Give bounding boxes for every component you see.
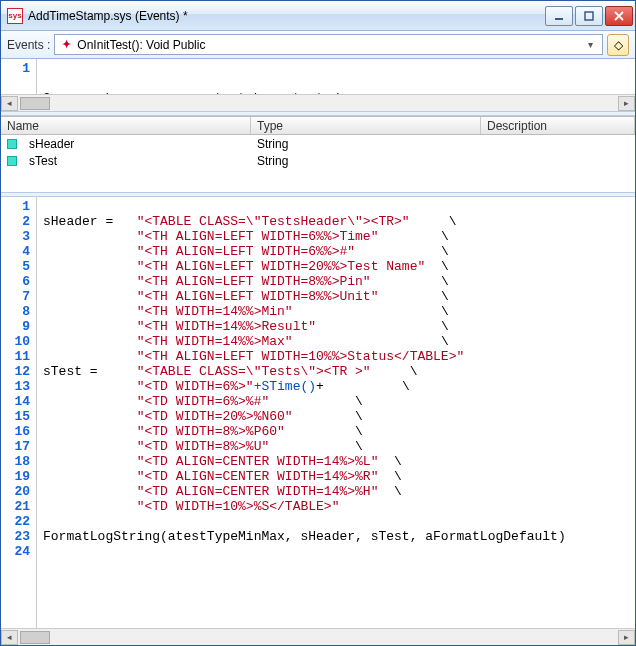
main-code-pane: 123456789101112131415161718192021222324 … <box>1 197 635 645</box>
grid-header: Name Type Description <box>1 116 635 135</box>
window-frame: sys AddTimeStamp.sys (Events) * Events :… <box>0 0 636 646</box>
cell-name: sHeader <box>23 137 251 151</box>
titlebar[interactable]: sys AddTimeStamp.sys (Events) * <box>1 1 635 31</box>
line-number: 6 <box>5 274 30 289</box>
code-line[interactable]: "<TH ALIGN=LEFT WIDTH=6%%>Time" \ <box>43 229 566 244</box>
description-gutter: 1 <box>1 59 37 94</box>
code-line[interactable]: "<TH ALIGN=LEFT WIDTH=10%%>Status</TABLE… <box>43 349 566 364</box>
description-code[interactable]: Occurs when a program test has started. <box>37 59 353 94</box>
col-header-type[interactable]: Type <box>251 117 481 134</box>
function-icon: ✦ <box>59 38 73 52</box>
code-line[interactable]: FormatLogString(atestTypeMinMax, sHeader… <box>43 529 566 544</box>
line-number: 19 <box>5 469 30 484</box>
note-icon: ◇ <box>614 38 623 52</box>
param-icon <box>7 139 17 149</box>
line-number: 21 <box>5 499 30 514</box>
code-line[interactable]: "<TH ALIGN=LEFT WIDTH=8%%>Unit" \ <box>43 289 566 304</box>
close-icon <box>614 11 624 21</box>
line-number: 7 <box>5 289 30 304</box>
line-number: 9 <box>5 319 30 334</box>
line-number: 22 <box>5 514 30 529</box>
line-number: 12 <box>5 364 30 379</box>
line-number: 17 <box>5 439 30 454</box>
scroll-right-button[interactable]: ▸ <box>618 96 635 111</box>
toggle-descriptions-button[interactable]: ◇ <box>607 34 629 56</box>
main-editor[interactable]: 123456789101112131415161718192021222324 … <box>1 197 635 628</box>
line-number: 8 <box>5 304 30 319</box>
svg-rect-1 <box>585 12 593 20</box>
code-line[interactable]: "<TD WIDTH=10%>%S</TABLE>" <box>43 499 566 514</box>
events-combobox[interactable]: ✦ OnInitTest(): Void Public ▾ <box>54 34 603 55</box>
line-number: 24 <box>5 544 30 559</box>
grid-row[interactable]: sTest String <box>1 152 635 169</box>
code-line[interactable]: "<TD WIDTH=20%>%N60" \ <box>43 409 566 424</box>
code-line[interactable]: "<TD ALIGN=CENTER WIDTH=14%>%H" \ <box>43 484 566 499</box>
line-number: 2 <box>5 214 30 229</box>
code-line[interactable] <box>43 199 566 214</box>
code-line[interactable]: "<TH ALIGN=LEFT WIDTH=8%%>Pin" \ <box>43 274 566 289</box>
scroll-thumb[interactable] <box>20 631 50 644</box>
toolbar: Events : ✦ OnInitTest(): Void Public ▾ ◇ <box>1 31 635 59</box>
scroll-left-button[interactable]: ◂ <box>1 96 18 111</box>
param-icon <box>7 156 17 166</box>
description-pane: 1 Occurs when a program test has started… <box>1 59 635 111</box>
minimize-button[interactable] <box>545 6 573 26</box>
code-line[interactable]: "<TD ALIGN=CENTER WIDTH=14%>%R" \ <box>43 469 566 484</box>
code-line[interactable] <box>43 544 566 559</box>
line-number: 18 <box>5 454 30 469</box>
col-header-name[interactable]: Name <box>1 117 251 134</box>
code-line[interactable]: "<TD WIDTH=8%>%U" \ <box>43 439 566 454</box>
line-number: 3 <box>5 229 30 244</box>
line-number: 1 <box>5 199 30 214</box>
line-number: 13 <box>5 379 30 394</box>
maximize-icon <box>584 11 594 21</box>
svg-rect-0 <box>555 18 563 20</box>
main-hscroll[interactable]: ◂ ▸ <box>1 628 635 645</box>
line-number: 20 <box>5 484 30 499</box>
line-number: 10 <box>5 334 30 349</box>
events-label: Events : <box>7 38 50 52</box>
minimize-icon <box>554 11 564 21</box>
params-grid: Name Type Description sHeader String sTe… <box>1 116 635 192</box>
window-title: AddTimeStamp.sys (Events) * <box>28 9 545 23</box>
line-number: 14 <box>5 394 30 409</box>
line-number: 1 <box>5 61 30 76</box>
line-number: 11 <box>5 349 30 364</box>
events-combobox-text: OnInitTest(): Void Public <box>77 38 582 52</box>
code-line[interactable]: "<TH ALIGN=LEFT WIDTH=6%%>#" \ <box>43 244 566 259</box>
scroll-right-button[interactable]: ▸ <box>618 630 635 645</box>
code-line[interactable]: "<TH WIDTH=14%%>Max" \ <box>43 334 566 349</box>
cell-name: sTest <box>23 154 251 168</box>
app-icon: sys <box>7 8 23 24</box>
line-number: 23 <box>5 529 30 544</box>
description-editor[interactable]: 1 Occurs when a program test has started… <box>1 59 635 94</box>
code-line[interactable]: "<TD ALIGN=CENTER WIDTH=14%>%L" \ <box>43 454 566 469</box>
close-button[interactable] <box>605 6 633 26</box>
grid-body[interactable]: sHeader String sTest String <box>1 135 635 192</box>
code-line[interactable]: sHeader = "<TABLE CLASS=\"TestsHeader\">… <box>43 214 566 229</box>
main-gutter: 123456789101112131415161718192021222324 <box>1 197 37 628</box>
scroll-thumb[interactable] <box>20 97 50 110</box>
line-number: 5 <box>5 259 30 274</box>
chevron-down-icon[interactable]: ▾ <box>582 39 598 50</box>
scroll-left-button[interactable]: ◂ <box>1 630 18 645</box>
line-number: 15 <box>5 409 30 424</box>
grid-row[interactable]: sHeader String <box>1 135 635 152</box>
cell-type: String <box>251 154 481 168</box>
cell-type: String <box>251 137 481 151</box>
col-header-description[interactable]: Description <box>481 117 635 134</box>
code-line[interactable]: "<TD WIDTH=6%>"+STime()+ \ <box>43 379 566 394</box>
window-buttons <box>545 6 633 26</box>
code-line[interactable]: "<TD WIDTH=8%>%P60" \ <box>43 424 566 439</box>
description-hscroll[interactable]: ◂ ▸ <box>1 94 635 111</box>
code-line[interactable]: "<TH ALIGN=LEFT WIDTH=20%%>Test Name" \ <box>43 259 566 274</box>
code-line[interactable]: "<TH WIDTH=14%%>Result" \ <box>43 319 566 334</box>
code-line[interactable]: sTest = "<TABLE CLASS=\"Tests\"><TR >" \ <box>43 364 566 379</box>
line-number: 4 <box>5 244 30 259</box>
code-line[interactable]: "<TD WIDTH=6%>%#" \ <box>43 394 566 409</box>
main-code[interactable]: sHeader = "<TABLE CLASS=\"TestsHeader\">… <box>37 197 572 628</box>
maximize-button[interactable] <box>575 6 603 26</box>
line-number: 16 <box>5 424 30 439</box>
code-line[interactable] <box>43 514 566 529</box>
code-line[interactable]: "<TH WIDTH=14%%>Min" \ <box>43 304 566 319</box>
